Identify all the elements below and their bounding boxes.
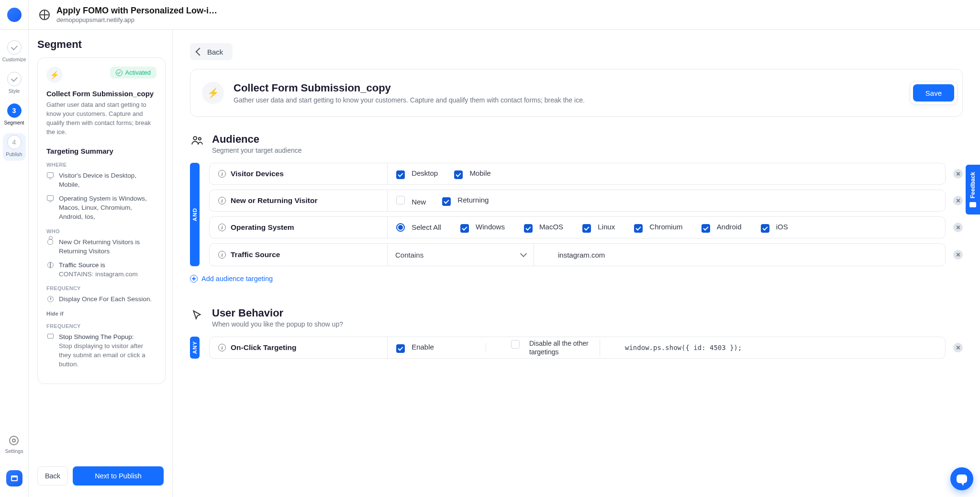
info-icon[interactable] (218, 170, 226, 178)
option-macos[interactable]: MacOS (524, 223, 563, 233)
page-title-block: Apply FOMO with Personalized Low-i… demo… (29, 6, 217, 23)
option-mobile[interactable]: Mobile (454, 169, 490, 179)
check-icon (11, 46, 17, 49)
connector-label: ANY (192, 341, 198, 354)
connector-any[interactable]: ANY (190, 337, 200, 359)
checkbox-icon (454, 170, 463, 179)
check-icon (11, 78, 17, 80)
option-disable-others[interactable]: Disable all the other targetings (511, 339, 591, 356)
next-button[interactable]: Next to Publish (73, 466, 164, 486)
info-icon[interactable] (218, 224, 226, 231)
summary-text: Stop Showing The Popup: Stop displaying … (59, 333, 156, 369)
feedback-icon (969, 202, 976, 207)
rail-step-segment[interactable]: 3 Segment (3, 102, 26, 129)
chevron-down-icon (520, 250, 527, 257)
section-title: User Behavior (212, 307, 343, 319)
top-bar: Apply FOMO with Personalized Low-i… demo… (0, 0, 980, 30)
remove-rule-button[interactable] (953, 196, 963, 205)
clock-icon (47, 296, 54, 302)
summary-row: Visitor's Device is Desktop, Mobile, (46, 171, 156, 190)
svg-point-1 (199, 137, 201, 140)
option-desktop[interactable]: Desktop (396, 169, 438, 179)
info-icon[interactable] (218, 344, 226, 351)
step-rail: Customize Style 3 Segment 4 Publish Sett… (0, 30, 29, 497)
summary-text: Traffic Source is CONTAINS: instagram.co… (59, 261, 138, 279)
hero-desc: Gather user data and start getting to kn… (234, 96, 585, 104)
checkbox-icon (634, 224, 643, 233)
summary-label-who: WHO (46, 228, 156, 234)
summary-row: Stop Showing The Popup: Stop displaying … (46, 333, 156, 369)
option-enable[interactable]: Enable (396, 343, 434, 353)
arrow-left-icon (196, 48, 204, 56)
connector-and[interactable]: AND (190, 163, 200, 266)
traffic-operator-select[interactable]: Contains (388, 244, 534, 266)
add-audience-targeting[interactable]: Add audience targeting (190, 275, 273, 282)
onclick-code[interactable]: window.ps.show({ id: 4503 }); (616, 344, 945, 351)
logo-icon (7, 8, 22, 22)
rail-step-style[interactable]: Style (3, 70, 26, 98)
option-windows[interactable]: Windows (460, 223, 505, 233)
chat-icon (957, 474, 967, 483)
summary-label-where: WHERE (46, 162, 156, 168)
rail-settings[interactable]: Settings (5, 436, 23, 466)
app-logo[interactable] (0, 0, 29, 30)
rail-briefcase[interactable] (6, 470, 22, 486)
plus-circle-icon (190, 275, 198, 282)
chat-launcher[interactable] (950, 467, 973, 490)
option-android[interactable]: Android (702, 223, 741, 233)
summary-label-frequency: FREQUENCY (46, 285, 156, 291)
add-link-label: Add audience targeting (201, 275, 273, 282)
gear-icon (9, 436, 19, 445)
option-new[interactable]: New (396, 196, 426, 206)
option-returning[interactable]: Returning (442, 196, 489, 206)
back-chip[interactable]: Back (190, 43, 233, 60)
remove-rule-button[interactable] (953, 250, 963, 260)
traffic-value-input[interactable]: instagram.com (550, 251, 945, 259)
summary-text: Operating System is Windows, Macos, Linu… (59, 194, 156, 222)
summary-label-frequency-2: FREQUENCY (46, 323, 156, 329)
option-select-all[interactable]: Select All (396, 223, 441, 232)
globe-icon (47, 262, 54, 268)
briefcase-icon (11, 475, 18, 481)
bolt-icon: ⚡ (202, 82, 224, 104)
people-icon (191, 133, 204, 147)
step-number: 3 (12, 107, 16, 114)
rule-label: New or Returning Visitor (231, 196, 317, 205)
segment-card[interactable]: ⚡ Activated Collect Form Submission_copy… (37, 57, 166, 384)
rail-step-publish[interactable]: 4 Publish (3, 133, 26, 161)
rail-label: Publish (6, 151, 22, 157)
info-icon[interactable] (218, 251, 226, 259)
remove-rule-button[interactable] (953, 343, 963, 352)
segment-name: Collect Form Submission_copy (46, 90, 156, 98)
save-button[interactable]: Save (913, 84, 954, 102)
monitor-icon (47, 172, 54, 178)
rule-operating-system: Operating System Select All (209, 216, 946, 238)
rule-traffic-source: Traffic Source Contains instagram.com (209, 243, 946, 266)
campaign-domain: demopopupsmart.netlify.app (56, 16, 217, 24)
main-canvas: Back ⚡ Collect Form Submission_copy Gath… (172, 30, 980, 497)
radio-icon (396, 223, 405, 232)
back-button[interactable]: Back (37, 466, 68, 486)
feedback-tab[interactable]: Feedback (966, 165, 980, 215)
back-label: Back (207, 48, 223, 56)
option-chromium[interactable]: Chromium (634, 223, 682, 233)
summary-text: Display Once For Each Session. (59, 295, 152, 304)
activated-badge: Activated (110, 67, 156, 79)
cursor-icon (191, 307, 204, 323)
checkbox-icon (442, 197, 451, 206)
rule-onclick-targeting: On-Click Targeting Enable (209, 337, 946, 359)
globe-icon (39, 10, 50, 20)
check-circle-icon (116, 69, 122, 76)
stop-icon (47, 334, 54, 339)
info-icon[interactable] (218, 197, 226, 204)
remove-rule-button[interactable] (953, 169, 963, 179)
summary-row: Display Once For Each Session. (46, 295, 156, 304)
summary-row: Operating System is Windows, Macos, Linu… (46, 194, 156, 222)
option-linux[interactable]: Linux (582, 223, 615, 233)
rail-step-customize[interactable]: Customize (3, 38, 26, 66)
rail-label: Style (9, 88, 20, 94)
option-ios[interactable]: iOS (761, 223, 788, 233)
rule-visitor-devices: Visitor Devices Desktop Mob (209, 163, 946, 185)
remove-rule-button[interactable] (953, 223, 963, 232)
section-title: Audience (212, 133, 302, 146)
